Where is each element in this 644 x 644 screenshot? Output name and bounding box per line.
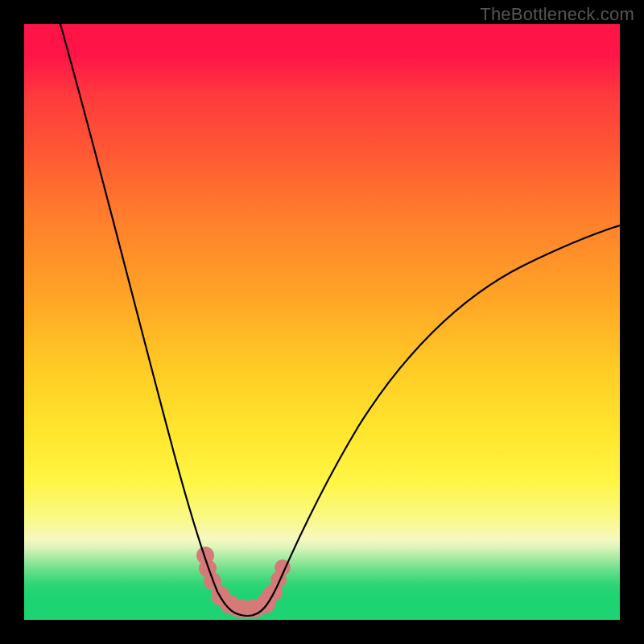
curve-layer bbox=[24, 24, 620, 620]
plot-area bbox=[24, 24, 620, 620]
trough-highlight bbox=[196, 547, 291, 618]
chart-frame: TheBottleneck.com bbox=[0, 0, 644, 644]
bottleneck-curve bbox=[60, 24, 620, 616]
watermark-text: TheBottleneck.com bbox=[480, 4, 634, 25]
